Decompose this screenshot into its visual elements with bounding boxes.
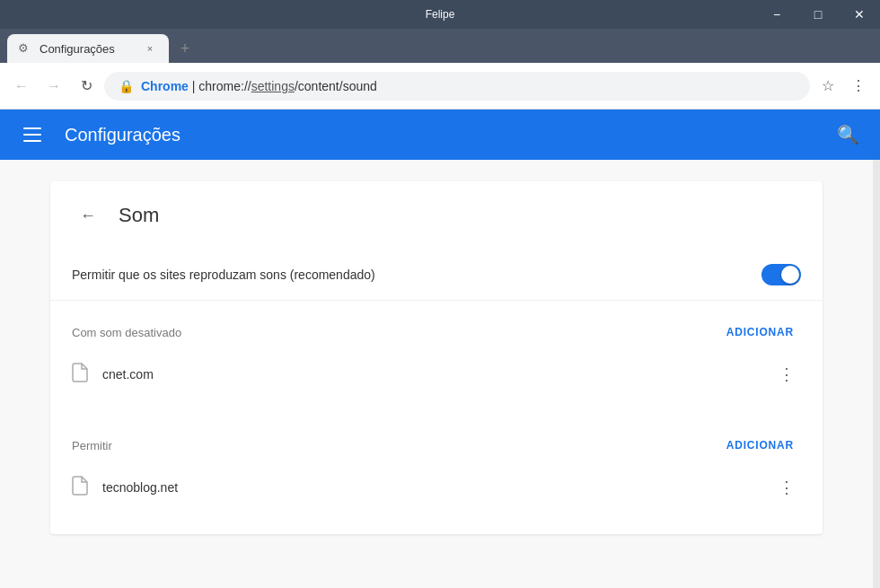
url-bar[interactable]: 🔒 Chrome | chrome://settings/content/sou… bbox=[104, 72, 810, 101]
content-area: ← Som Permitir que os sites reproduzam s… bbox=[0, 160, 880, 588]
hamburger-line-3 bbox=[23, 140, 41, 142]
hamburger-menu-button[interactable] bbox=[14, 117, 50, 153]
tab-settings[interactable]: ⚙ Configurações × bbox=[7, 34, 169, 63]
url-brand: Chrome bbox=[141, 79, 189, 93]
allow-section-header: Permitir ADICIONAR bbox=[50, 414, 823, 462]
tab-title: Configurações bbox=[40, 42, 135, 56]
forward-nav-button[interactable]: → bbox=[40, 72, 68, 101]
bookmark-button[interactable]: ☆ bbox=[814, 72, 842, 101]
search-icon: 🔍 bbox=[837, 124, 859, 145]
refresh-nav-button[interactable]: ↻ bbox=[72, 72, 101, 101]
allow-section-title: Permitir bbox=[72, 439, 112, 452]
main-content: ← Som Permitir que os sites reproduzam s… bbox=[0, 160, 873, 588]
close-button[interactable]: ✕ bbox=[839, 0, 880, 29]
sound-toggle-row: Permitir que os sites reproduzam sons (r… bbox=[50, 250, 823, 301]
toggle-track bbox=[761, 264, 801, 285]
muted-item-domain: cnet.com bbox=[102, 367, 758, 382]
sound-toggle-label: Permitir que os sites reproduzam sons (r… bbox=[72, 268, 761, 282]
scrollbar[interactable] bbox=[873, 160, 880, 588]
title-bar-username: Felipe bbox=[426, 8, 455, 21]
file-icon bbox=[72, 363, 88, 387]
page-header: ← Som bbox=[50, 181, 823, 250]
tab-favicon-icon: ⚙ bbox=[18, 41, 32, 56]
refresh-icon: ↻ bbox=[81, 77, 92, 94]
allow-list-item: tecnoblog.net ⋮ bbox=[50, 462, 823, 513]
url-path: /content/sound bbox=[295, 79, 377, 93]
page-back-button[interactable]: ← bbox=[72, 199, 104, 232]
url-separator: | bbox=[189, 79, 198, 93]
hamburger-line-2 bbox=[23, 134, 41, 136]
header-title: Configurações bbox=[65, 125, 815, 145]
back-nav-button[interactable]: ← bbox=[7, 72, 36, 101]
file-icon-2 bbox=[72, 476, 88, 500]
security-icon: 🔒 bbox=[119, 79, 134, 93]
hamburger-line-1 bbox=[23, 127, 41, 129]
url-text: Chrome | chrome://settings/content/sound bbox=[141, 79, 377, 93]
muted-section-title: Com som desativado bbox=[72, 326, 181, 339]
forward-icon: → bbox=[47, 78, 61, 94]
muted-list-item: cnet.com ⋮ bbox=[50, 349, 823, 399]
star-icon: ☆ bbox=[822, 77, 834, 94]
title-bar: Felipe − □ ✕ bbox=[0, 0, 880, 29]
muted-add-button[interactable]: ADICIONAR bbox=[719, 322, 801, 342]
tab-bar: ⚙ Configurações × + bbox=[0, 29, 880, 63]
address-bar: ← → ↻ 🔒 Chrome | chrome://settings/conte… bbox=[0, 63, 880, 110]
toggle-thumb bbox=[781, 266, 799, 284]
allow-add-button[interactable]: ADICIONAR bbox=[719, 435, 801, 455]
chrome-header: Configurações 🔍 bbox=[0, 110, 880, 160]
back-icon: ← bbox=[14, 78, 29, 94]
menu-button[interactable]: ⋮ bbox=[844, 72, 873, 101]
url-settings: settings bbox=[251, 79, 295, 93]
menu-icon: ⋮ bbox=[851, 77, 866, 94]
settings-panel: ← Som Permitir que os sites reproduzam s… bbox=[50, 181, 823, 534]
header-search-button[interactable]: 🔍 bbox=[830, 117, 866, 153]
muted-item-more-button[interactable]: ⋮ bbox=[772, 360, 801, 389]
maximize-button[interactable]: □ bbox=[797, 0, 839, 29]
allow-item-more-button[interactable]: ⋮ bbox=[772, 473, 801, 502]
url-scheme: chrome:// bbox=[198, 79, 251, 93]
sound-toggle[interactable] bbox=[761, 264, 801, 285]
minimize-button[interactable]: − bbox=[756, 0, 797, 29]
new-tab-button[interactable]: + bbox=[172, 36, 198, 61]
muted-section-header: Com som desativado ADICIONAR bbox=[50, 301, 823, 349]
page-title: Som bbox=[119, 204, 159, 227]
allow-item-domain: tecnoblog.net bbox=[102, 480, 758, 495]
tab-close-button[interactable]: × bbox=[142, 40, 158, 57]
title-bar-controls: − □ ✕ bbox=[756, 0, 880, 29]
address-bar-actions: ☆ ⋮ bbox=[814, 72, 873, 101]
back-arrow-icon: ← bbox=[80, 206, 96, 225]
